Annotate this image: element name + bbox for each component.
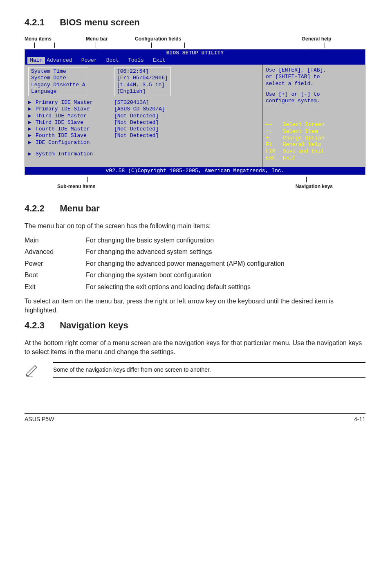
bios-fis-value: [Not Detected] xyxy=(114,132,159,139)
label-general-help: General help xyxy=(267,36,365,43)
bios-menubar: Main Advanced Power Boot Tools Exit xyxy=(25,57,365,65)
bios-help-line2: or [SHIFT-TAB] to xyxy=(266,74,362,80)
nav-key-arrows-lr: ←→ xyxy=(266,121,283,128)
nav-text-change-option: Change Option xyxy=(283,135,324,141)
note-text: Some of the navigation keys differ from … xyxy=(53,362,365,378)
bios-idec-label[interactable]: IDE Configuration xyxy=(36,139,114,146)
bios-fim-label[interactable]: Fourth IDE Master xyxy=(36,126,114,132)
bios-system-date-label[interactable]: System Date xyxy=(31,75,85,81)
bios-tis-label[interactable]: Third IDE Slave xyxy=(36,119,114,126)
bios-pis-label[interactable]: Primary IDE Slave xyxy=(36,106,114,112)
bios-legacy-value[interactable]: [1.44M, 3.5 in] xyxy=(117,82,168,88)
bios-fim-value: [Not Detected] xyxy=(114,126,159,132)
table-row: BootFor changing the system boot configu… xyxy=(25,269,285,281)
bios-help-pane: Use [ENTER], [TAB], or [SHIFT-TAB] to se… xyxy=(262,65,365,167)
svg-line-2 xyxy=(35,366,37,368)
bios-value-box: [06:22:54] [Fri 05/04/2006] [1.44M, 3.5 … xyxy=(114,67,171,96)
section-title: Menu bar xyxy=(60,203,100,213)
section-number: 4.2.2 xyxy=(25,202,57,215)
table-row: PowerFor changing the advanced power man… xyxy=(25,258,285,269)
bios-tim-label[interactable]: Third IDE Master xyxy=(36,113,114,119)
footer-right: 4-11 xyxy=(354,415,365,424)
section-number: 4.2.1 xyxy=(25,16,57,29)
label-menu-items: Menu items xyxy=(25,36,86,43)
bios-footer: v02.58 (C)Copyright 1985-2005, American … xyxy=(25,167,365,175)
def-value: For changing the system boot configurati… xyxy=(86,269,285,281)
bios-tab-main[interactable]: Main xyxy=(27,57,45,64)
bios-system-time-label[interactable]: System Time xyxy=(31,68,85,75)
section-heading: 4.2.2 Menu bar xyxy=(25,202,365,215)
nav-key-f1: F1 xyxy=(266,141,283,148)
def-key: Advanced xyxy=(25,246,86,258)
diagram-bottom-ticks xyxy=(25,177,365,182)
svg-marker-0 xyxy=(27,366,37,376)
bios-tab-advanced[interactable]: Advanced xyxy=(45,57,79,64)
diagram-ticks xyxy=(25,43,365,48)
bios-main-pane: System Time System Date Legacy Diskette … xyxy=(25,65,262,167)
def-value: For changing the basic system configurat… xyxy=(86,235,285,246)
menubar-definitions-table: MainFor changing the basic system config… xyxy=(25,235,285,293)
label-navigation-keys: Navigation keys xyxy=(195,183,365,190)
bios-tab-tools[interactable]: Tools xyxy=(126,57,151,64)
label-menu-bar: Menu bar xyxy=(86,36,135,43)
def-value: For changing the advanced system setting… xyxy=(86,246,285,258)
def-key: Exit xyxy=(25,281,86,293)
nav-section-para: At the bottom right corner of a menu scr… xyxy=(25,339,365,357)
bios-pim-value: [ST320413A] xyxy=(114,99,149,106)
bios-system-time-value[interactable]: [06:22:54] xyxy=(117,68,168,75)
bios-left-box: System Time System Date Legacy Diskette … xyxy=(28,67,88,96)
nav-key-plusminus: +- xyxy=(266,135,283,141)
footer-left: ASUS P5W xyxy=(25,415,54,424)
bios-submenu-list: ▶Primary IDE Master[ST320413A] ▶Primary … xyxy=(28,99,259,157)
bios-pis-value: [ASUS CD-S520/A] xyxy=(114,106,165,112)
nav-key-arrows-ud: ↑↓ xyxy=(266,128,283,135)
nav-key-esc: ESC xyxy=(266,155,283,162)
def-key: Power xyxy=(25,258,86,269)
bios-title: BIOS SETUP UTILITY xyxy=(25,49,365,57)
bios-help-line1: Use [ENTER], [TAB], xyxy=(266,67,362,74)
section-title: BIOS menu screen xyxy=(60,17,140,27)
bios-tim-value: [Not Detected] xyxy=(114,113,159,119)
pencil-icon xyxy=(25,363,39,378)
menubar-intro: The menu bar on top of the screen has th… xyxy=(25,222,365,231)
nav-text-general-help: General Help xyxy=(283,141,321,148)
bios-pim-label[interactable]: Primary IDE Master xyxy=(36,99,114,106)
table-row: AdvancedFor changing the advanced system… xyxy=(25,246,285,258)
bios-language-label[interactable]: Language xyxy=(31,88,85,95)
diagram-bottom-labels: Sub-menu items Navigation keys xyxy=(25,183,365,190)
section-heading: 4.2.1 BIOS menu screen xyxy=(25,16,365,29)
bios-tab-boot[interactable]: Boot xyxy=(105,57,126,64)
def-value: For changing the advanced power manageme… xyxy=(86,258,285,269)
nav-text-select-screen: Select Screen xyxy=(283,121,324,128)
bios-tis-value: [Not Detected] xyxy=(114,119,159,126)
bios-legacy-label[interactable]: Legacy Diskette A xyxy=(31,82,85,88)
bios-sysinfo-label[interactable]: System Information xyxy=(36,151,114,157)
def-key: Main xyxy=(25,235,86,246)
diagram-top-labels: Menu items Menu bar Configuration fields… xyxy=(25,36,365,43)
label-config-fields: Configuration fields xyxy=(135,36,267,43)
nav-text-select-item: Select Item xyxy=(283,128,318,135)
bios-system-date-value[interactable]: [Fri 05/04/2006] xyxy=(117,75,168,81)
table-row: MainFor changing the basic system config… xyxy=(25,235,285,246)
section-title: Navigation keys xyxy=(60,320,128,330)
bios-nav-keys: ←→Select Screen ↑↓Select Item +-Change O… xyxy=(266,121,362,162)
label-sub-menu-items: Sub-menu items xyxy=(25,183,195,190)
note-box: Some of the navigation keys differ from … xyxy=(25,362,365,380)
bios-help-line3: select a field. xyxy=(266,81,362,87)
nav-text-save-exit: Save and Exit xyxy=(283,148,324,155)
nav-text-exit: Exit xyxy=(283,155,296,162)
bios-help-line5: configure system. xyxy=(266,98,362,104)
menubar-outro: To select an item on the menu bar, press… xyxy=(25,297,365,315)
nav-key-f10: F10 xyxy=(266,148,283,155)
bios-language-value[interactable]: [English] xyxy=(117,88,168,95)
page-footer: ASUS P5W 4-11 xyxy=(25,413,365,424)
bios-fis-label[interactable]: Fourth IDE Slave xyxy=(36,132,114,139)
bios-help-line4: Use [+] or [-] to xyxy=(266,91,362,98)
section-heading: 4.2.3 Navigation keys xyxy=(25,319,365,332)
table-row: ExitFor selecting the exit options and l… xyxy=(25,281,285,293)
bios-screenshot: BIOS SETUP UTILITY Main Advanced Power B… xyxy=(25,49,365,175)
section-number: 4.2.3 xyxy=(25,319,57,332)
bios-tab-exit[interactable]: Exit xyxy=(151,57,173,64)
bios-tab-power[interactable]: Power xyxy=(80,57,105,64)
def-value: For selecting the exit options and loadi… xyxy=(86,281,285,293)
